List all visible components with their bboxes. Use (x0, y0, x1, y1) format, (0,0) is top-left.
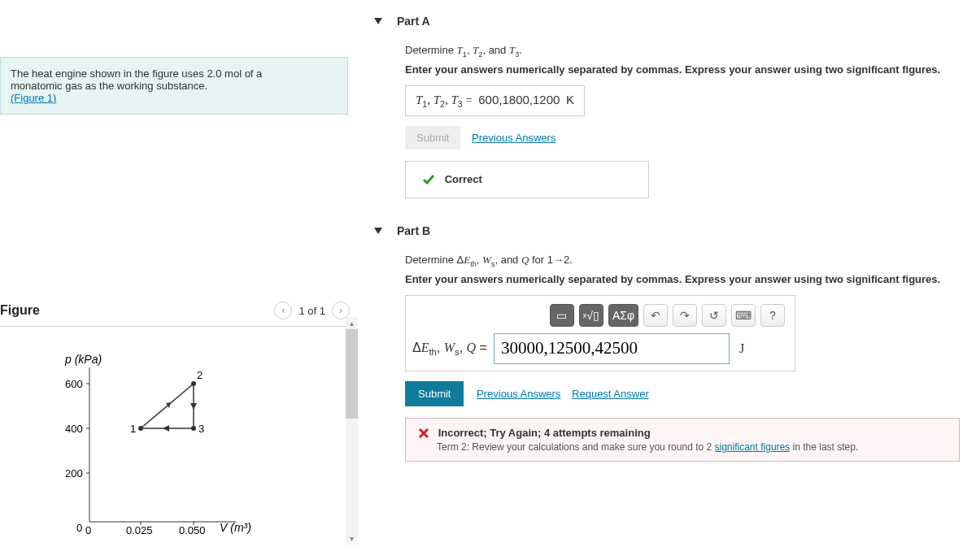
part-b-feedback: Incorrect; Try Again; 4 attempts remaini… (405, 418, 960, 462)
template-icon[interactable]: ▭ (550, 304, 574, 327)
problem-text-1: The heat engine shown in the figure uses… (11, 67, 262, 80)
part-b-question: Determine ΔEth, Ws, and Q for 1→2. (405, 254, 960, 268)
scroll-down-icon[interactable]: ▾ (346, 532, 358, 545)
part-b-title: Part B (397, 224, 430, 237)
part-a-header[interactable]: Part A (374, 10, 960, 33)
svg-line-20 (141, 384, 194, 428)
reset-icon[interactable]: ↺ (702, 304, 726, 327)
sig-fig-link[interactable]: significant figures (715, 441, 791, 453)
part-b-instruction: Enter your answers numerically separated… (405, 273, 960, 285)
x-axis-label: V (m³) (220, 521, 251, 534)
part-a-submit-button: Submit (405, 126, 460, 150)
part-a-previous-answers-link[interactable]: Previous Answers (472, 132, 556, 144)
svg-text:1: 1 (130, 423, 136, 435)
sqrt-icon[interactable]: x√▯ (579, 304, 603, 327)
part-a-title: Part A (397, 15, 430, 28)
part-b-unit: J (739, 341, 744, 356)
keyboard-icon[interactable]: ⌨ (731, 304, 756, 327)
scroll-thumb[interactable] (346, 329, 358, 419)
part-b-previous-answers-link[interactable]: Previous Answers (477, 388, 560, 400)
problem-text-2: monatomic gas as the working substance. (11, 80, 207, 92)
part-b-answer-label: ΔEth, Ws, Q = (412, 341, 487, 357)
problem-statement: The heat engine shown in the figure uses… (0, 57, 348, 115)
scroll-up-icon[interactable]: ▴ (346, 317, 358, 329)
part-a-question: Determine T1, T2, and T3. (405, 44, 960, 59)
pv-diagram: p (kPa) 600 400 200 0 0 0.025 0.050 V (m… (49, 351, 358, 557)
svg-text:0: 0 (85, 524, 91, 536)
part-b-answer-input[interactable] (494, 333, 730, 364)
svg-text:3: 3 (198, 423, 204, 435)
svg-text:0.050: 0.050 (179, 524, 206, 536)
part-b-header[interactable]: Part B (374, 219, 960, 242)
svg-text:400: 400 (65, 423, 83, 435)
part-a-instruction: Enter your answers numerically separated… (405, 63, 960, 76)
part-a-answer-display: T1, T2, T3 = 600,1800,1200 K (405, 85, 585, 116)
svg-text:600: 600 (65, 378, 83, 390)
svg-text:2: 2 (197, 369, 203, 381)
help-button[interactable]: ? (760, 304, 785, 327)
figure-link[interactable]: (Figure 1) (11, 92, 56, 104)
figure-scrollbar[interactable]: ▴ ▾ (346, 317, 358, 545)
svg-marker-25 (163, 425, 169, 432)
check-icon (422, 173, 435, 186)
feedback-incorrect-title: Incorrect; Try Again; 4 attempts remaini… (438, 427, 651, 439)
greek-symbols-button[interactable]: ΑΣφ (608, 304, 638, 327)
collapse-icon (374, 228, 382, 234)
figure-prev-button[interactable]: ‹ (274, 302, 292, 319)
undo-icon[interactable]: ↶ (643, 304, 668, 327)
svg-marker-24 (190, 403, 197, 410)
x-icon (417, 427, 430, 440)
y-axis-label: p (kPa) (64, 353, 102, 366)
redo-icon[interactable]: ↷ (673, 304, 697, 327)
figure-nav-text: 1 of 1 (298, 305, 325, 317)
figure-title: Figure (0, 303, 274, 318)
svg-text:0: 0 (76, 522, 82, 534)
svg-text:0.025: 0.025 (126, 524, 153, 536)
feedback-correct-text: Correct (445, 173, 482, 185)
part-a-feedback: Correct (405, 161, 649, 199)
part-b-input-panel: ▭ x√▯ ΑΣφ ↶ ↷ ↺ ⌨ ? ΔEth, Ws, Q = J (405, 295, 795, 371)
feedback-incorrect-detail: Term 2: Review your calculations and mak… (437, 441, 948, 453)
collapse-icon (374, 18, 382, 24)
part-b-submit-button[interactable]: Submit (405, 381, 464, 406)
svg-text:200: 200 (65, 467, 83, 480)
part-b-request-answer-link[interactable]: Request Answer (572, 388, 649, 400)
